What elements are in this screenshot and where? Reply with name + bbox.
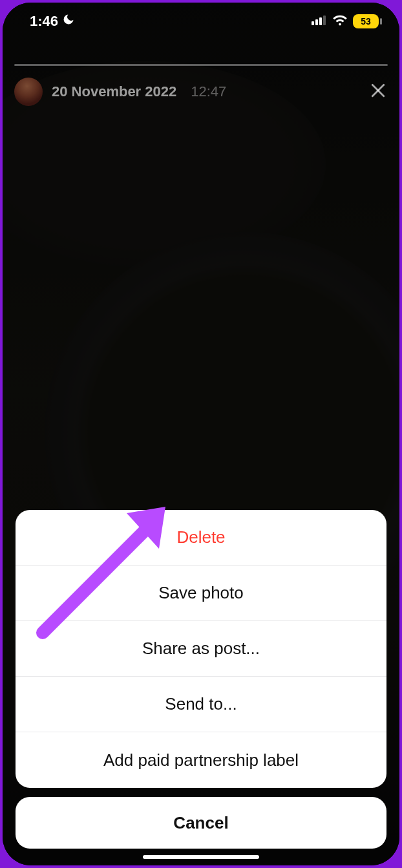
close-icon[interactable] bbox=[368, 81, 388, 103]
save-photo-button[interactable]: Save photo bbox=[16, 566, 386, 621]
story-date: 20 November 2022 bbox=[52, 83, 176, 100]
story-time: 12:47 bbox=[191, 83, 226, 100]
svg-rect-3 bbox=[323, 16, 326, 25]
status-bar: 1:46 53 bbox=[3, 3, 399, 40]
home-indicator[interactable] bbox=[143, 855, 259, 859]
moon-icon bbox=[62, 13, 75, 30]
battery-indicator: 53 bbox=[353, 14, 379, 28]
svg-rect-2 bbox=[319, 17, 322, 25]
menu-item-label: Send to... bbox=[165, 694, 237, 714]
menu-item-label: Save photo bbox=[158, 583, 244, 603]
send-to-button[interactable]: Send to... bbox=[16, 677, 386, 732]
story-progress-bar bbox=[14, 64, 388, 66]
svg-rect-1 bbox=[315, 19, 318, 25]
add-paid-partnership-button[interactable]: Add paid partnership label bbox=[16, 732, 386, 788]
cellular-icon bbox=[312, 15, 327, 28]
delete-button[interactable]: Delete bbox=[16, 510, 386, 566]
action-sheet: Delete Save photo Share as post... Send … bbox=[16, 510, 386, 849]
cancel-label: Cancel bbox=[173, 813, 228, 833]
menu-item-label: Delete bbox=[176, 527, 225, 547]
menu-item-label: Share as post... bbox=[142, 639, 260, 659]
phone-screen: 1:46 53 bbox=[3, 3, 399, 865]
wifi-icon bbox=[332, 14, 348, 28]
menu-item-label: Add paid partnership label bbox=[103, 750, 299, 770]
cancel-button[interactable]: Cancel bbox=[16, 797, 386, 849]
status-time: 1:46 bbox=[30, 13, 58, 30]
share-as-post-button[interactable]: Share as post... bbox=[16, 621, 386, 677]
svg-rect-0 bbox=[312, 21, 314, 25]
avatar[interactable] bbox=[14, 78, 43, 106]
story-header: 20 November 2022 12:47 bbox=[14, 64, 388, 106]
